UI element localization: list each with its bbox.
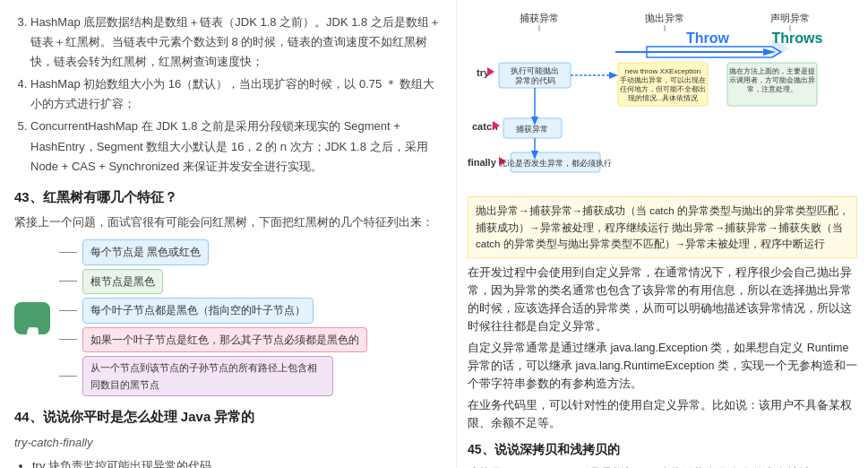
svg-text:示调用者，方可能会抛出异: 示调用者，方可能会抛出异 — [729, 76, 815, 84]
list-item-5: ConcurrentHashMap 在 JDK 1.8 之前是采用分段锁来现实的… — [30, 117, 442, 176]
section44-title: 44、说说你平时是怎么处理 Java 异常的 — [14, 405, 442, 429]
exception-svg: 捕获异常 抛出异常 声明异常 Throw Throws try — [468, 9, 862, 184]
section44-subtitle: try-catch-finally — [14, 433, 442, 453]
branch-line-5 — [59, 376, 77, 377]
svg-marker-11 — [609, 72, 618, 79]
section43-desc: 紧接上一个问题，面试官很有可能会问红黑树，下面把红黑树的几个特征列出来： — [14, 212, 442, 232]
section45-text: 浅拷贝（shallowCopy）只是增加了一个指针指向已存在的内存地址， 深拷贝… — [468, 464, 857, 468]
svg-text:常，注意处理。: 常，注意处理。 — [747, 85, 797, 93]
svg-text:现的情况...具体依情况: 现的情况...具体依情况 — [628, 94, 699, 102]
exception-note: 抛出异常→捕获异常→捕获成功（当 catch 的异常类型与抛出的异常类型匹配，捕… — [468, 196, 857, 258]
branch-line-4 — [59, 339, 77, 340]
svg-text:抛在方法上面的，主要是提: 抛在方法上面的，主要是提 — [729, 67, 815, 75]
svg-text:无论是否发生异常，都必须执行: 无论是否发生异常，都必须执行 — [499, 159, 612, 168]
throws-label: Throws — [772, 30, 823, 46]
svg-text:捕获异常: 捕获异常 — [516, 125, 548, 134]
right-para-2: 自定义异常通常是通过继承 java.lang.Exception 类，如果想自定… — [468, 339, 857, 393]
col-header-throw: 抛出异常 — [645, 13, 684, 23]
right-panel: 捕获异常 抛出异常 声明异常 Throw Throws try — [457, 0, 868, 468]
section43-title: 43、红黑树有哪几个特征？ — [14, 186, 442, 209]
section45-para-1: 浅拷贝（shallowCopy）只是增加了一个指针指向已存在的内存地址， — [468, 464, 857, 468]
svg-text:任何地方，但可能不全都出: 任何地方，但可能不全都出 — [619, 85, 706, 93]
list-item-4: HashMap 初始数组大小为 16（默认），当出现扩容的时候，以 0.75 ＊… — [30, 74, 442, 114]
branch-line-1 — [59, 252, 77, 253]
right-para-3: 在业务代码里，可以针对性的使用自定义异常。比如说：该用户不具备某权限、余额不足等… — [468, 396, 857, 432]
mindmap-branches: 每个节点是 黑色或红色 根节点是黑色 每个叶子节点都是黑色（指向空的叶子节点） … — [59, 239, 367, 396]
mindmap-container: 红黑树的特征 每个节点是 黑色或红色 根节点是黑色 每个叶子节点都是黑色（指向空… — [14, 239, 442, 396]
branch-box-3: 每个叶子节点都是黑色（指向空的叶子节点） — [82, 298, 314, 323]
branch-box-1: 每个节点是 黑色或红色 — [82, 239, 209, 264]
mindmap-center: 红黑树的特征 — [14, 302, 50, 334]
throw-label: Throw — [686, 30, 730, 46]
svg-text:手动抛出异常，可以出现在: 手动抛出异常，可以出现在 — [620, 76, 706, 84]
list-item-3: HashMap 底层数据结构是数组＋链表（JDK 1.8 之前）。JDK 1.8… — [30, 13, 442, 72]
svg-marker-7 — [487, 67, 494, 76]
mindmap-branch-3: 每个叶子节点都是黑色（指向空的叶子节点） — [59, 298, 367, 323]
left-panel: HashMap 底层数据结构是数组＋链表（JDK 1.8 之前）。JDK 1.8… — [0, 0, 457, 468]
branch-box-4: 如果一个叶子节点是红色，那么其子节点必须都是黑色的 — [82, 327, 367, 352]
bullet-1: try 块负责监控可能出现异常的代码 — [32, 456, 442, 468]
finally-label: finally — [468, 157, 497, 168]
svg-text:new throw XXException: new throw XXException — [625, 67, 701, 75]
mindmap-branch-5: 从一个节点到该节点的子孙节点的所有路径上包含相同数目的黑节点 — [59, 356, 367, 396]
exception-diagram: 捕获异常 抛出异常 声明异常 Throw Throws try — [468, 9, 857, 189]
section45-title: 45、说说深拷贝和浅拷贝的 — [468, 439, 857, 459]
col-header-declare: 声明异常 — [770, 13, 810, 23]
mindmap-branch-2: 根节点是黑色 — [59, 269, 367, 294]
right-para-1: 在开发过程中会使用到自定义异常，在通常情况下，程序很少会自己抛出异常，因为异常的… — [468, 264, 857, 335]
right-text-block: 在开发过程中会使用到自定义异常，在通常情况下，程序很少会自己抛出异常，因为异常的… — [468, 264, 857, 432]
branch-line-2 — [59, 281, 77, 282]
branch-line-3 — [59, 310, 77, 311]
svg-text:执行可能抛出: 执行可能抛出 — [511, 66, 559, 75]
branch-box-2: 根节点是黑色 — [82, 269, 163, 294]
svg-text:异常的代码: 异常的代码 — [515, 76, 555, 85]
col-header-catch: 捕获异常 — [520, 13, 559, 23]
branch-box-5: 从一个节点到该节点的子孙节点的所有路径上包含相同数目的黑节点 — [82, 356, 333, 396]
mindmap-branch-4: 如果一个叶子节点是红色，那么其子节点必须都是黑色的 — [59, 327, 367, 352]
mindmap-branch-1: 每个节点是 黑色或红色 — [59, 239, 367, 264]
section44-bullets: try 块负责监控可能出现异常的代码 catch 块负责捕获可能出现的异常，并进… — [14, 456, 442, 468]
